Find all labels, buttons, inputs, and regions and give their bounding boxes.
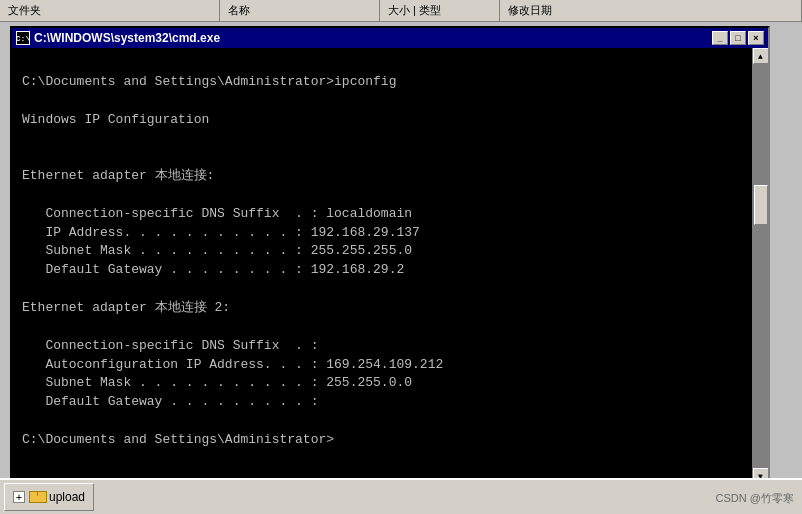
close-button[interactable]: × bbox=[748, 31, 764, 45]
cmd-titlebar-title: C:\ C:\WINDOWS\system32\cmd.exe bbox=[16, 31, 220, 45]
col-folder: 文件夹 bbox=[0, 0, 220, 21]
col-date-label: 修改日期 bbox=[508, 3, 552, 18]
cmd-line bbox=[22, 148, 758, 167]
cmd-line bbox=[22, 186, 758, 205]
cmd-line: IP Address. . . . . . . . . . . : 192.16… bbox=[22, 224, 758, 243]
cmd-line: Default Gateway . . . . . . . . . : bbox=[22, 393, 758, 412]
cmd-title-text: C:\WINDOWS\system32\cmd.exe bbox=[34, 31, 220, 45]
cmd-line: C:\Documents and Settings\Administrator>… bbox=[22, 73, 758, 92]
cmd-line: Ethernet adapter 本地连接 2: bbox=[22, 299, 758, 318]
cmd-line bbox=[22, 318, 758, 337]
cmd-window: C:\ C:\WINDOWS\system32\cmd.exe _ □ × C:… bbox=[10, 26, 770, 486]
cmd-line: Connection-specific DNS Suffix . : bbox=[22, 337, 758, 356]
cmd-line bbox=[22, 412, 758, 431]
cmd-line: Subnet Mask . . . . . . . . . . : 255.25… bbox=[22, 242, 758, 261]
cmd-line: Connection-specific DNS Suffix . : local… bbox=[22, 205, 758, 224]
cmd-line: Autoconfiguration IP Address. . . : 169.… bbox=[22, 356, 758, 375]
cmd-controls: _ □ × bbox=[712, 31, 764, 45]
taskbar-item-label: upload bbox=[49, 490, 85, 504]
scroll-thumb[interactable] bbox=[754, 185, 768, 225]
cmd-line bbox=[22, 92, 758, 111]
scroll-up-button[interactable]: ▲ bbox=[753, 48, 769, 64]
folder-icon bbox=[29, 491, 45, 503]
watermark-text: CSDN @竹零寒 bbox=[716, 492, 794, 504]
file-explorer-bar: 文件夹 名称 大小 | 类型 修改日期 bbox=[0, 0, 802, 22]
col-size-type: 大小 | 类型 bbox=[380, 0, 500, 21]
cmd-scrollbar[interactable]: ▲ ▼ bbox=[752, 48, 768, 484]
cmd-line: Ethernet adapter 本地连接: bbox=[22, 167, 758, 186]
watermark: CSDN @竹零寒 bbox=[716, 491, 794, 506]
cmd-icon: C:\ bbox=[16, 31, 30, 45]
taskbar-item-upload[interactable]: + upload bbox=[4, 483, 94, 511]
cmd-line bbox=[22, 54, 758, 73]
col-folder-label: 文件夹 bbox=[8, 3, 41, 18]
cmd-output: C:\Documents and Settings\Administrator>… bbox=[22, 54, 758, 450]
scroll-track bbox=[753, 64, 768, 468]
cmd-titlebar: C:\ C:\WINDOWS\system32\cmd.exe _ □ × bbox=[12, 28, 768, 48]
cmd-line: Subnet Mask . . . . . . . . . . . : 255.… bbox=[22, 374, 758, 393]
col-name-label: 名称 bbox=[228, 3, 250, 18]
col-date: 修改日期 bbox=[500, 0, 802, 21]
expand-icon[interactable]: + bbox=[13, 491, 25, 503]
cmd-line: C:\Documents and Settings\Administrator> bbox=[22, 431, 758, 450]
cmd-line: Default Gateway . . . . . . . . : 192.16… bbox=[22, 261, 758, 280]
col-name: 名称 bbox=[220, 0, 380, 21]
cmd-body: C:\Documents and Settings\Administrator>… bbox=[12, 48, 768, 484]
cmd-line bbox=[22, 280, 758, 299]
col-size-type-label: 大小 | 类型 bbox=[388, 3, 441, 18]
minimize-button[interactable]: _ bbox=[712, 31, 728, 45]
cmd-line: Windows IP Configuration bbox=[22, 111, 758, 130]
maximize-button[interactable]: □ bbox=[730, 31, 746, 45]
taskbar: + upload bbox=[0, 478, 802, 514]
cmd-line bbox=[22, 129, 758, 148]
